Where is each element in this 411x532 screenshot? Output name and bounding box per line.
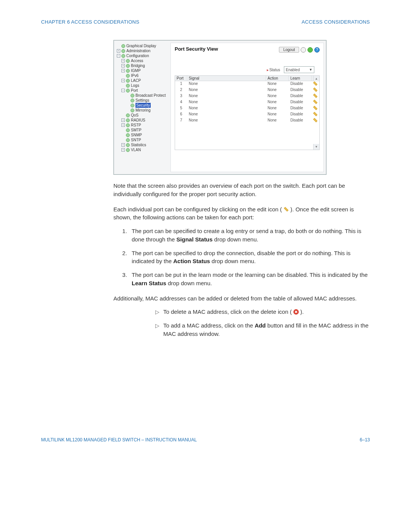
- scroll-down-icon[interactable]: ▾: [313, 144, 319, 150]
- tree-item-label: Port: [131, 88, 138, 93]
- tree-item-label: SMTP: [131, 128, 142, 133]
- table-row: 5NoneNoneDisable: [175, 105, 319, 112]
- tree-item[interactable]: Logs: [117, 83, 168, 88]
- tree-item-label: Broadcast Protect: [135, 93, 166, 98]
- refresh-icon[interactable]: [307, 47, 313, 53]
- table-row: 1NoneNoneDisable: [175, 81, 319, 87]
- tree-item[interactable]: Configuration: [117, 53, 168, 58]
- tree-item-label: RADIUS: [131, 118, 145, 123]
- tree-item[interactable]: SNTP: [117, 137, 168, 142]
- header-chapter: CHAPTER 6 ACCESS CONSIDERATIONS: [41, 19, 139, 25]
- table-row: 7NoneNoneDisable: [175, 118, 319, 124]
- tree-item-label: Security: [135, 103, 151, 108]
- edit-icon[interactable]: [313, 81, 318, 86]
- table-row: 3NoneNoneDisable: [175, 93, 319, 99]
- tree-item[interactable]: Security: [117, 103, 168, 108]
- list-item: ▷ To add a MAC address, click on the Add…: [155, 321, 370, 338]
- tree-item-label: Mirroring: [135, 108, 150, 113]
- tree-item-label: IGMP: [131, 68, 141, 73]
- tree-item[interactable]: IGMP: [117, 68, 168, 73]
- header-section: ACCESS CONSIDERATIONS: [302, 19, 370, 25]
- tree-item[interactable]: VLAN: [117, 147, 168, 152]
- paragraph: Additionally, MAC addresses can be added…: [113, 294, 370, 303]
- status-label: ▸Status: [267, 68, 280, 72]
- list-item: The port can be put in the learn mode or…: [129, 271, 370, 288]
- col-learn: Learn: [289, 76, 312, 81]
- edit-icon[interactable]: [313, 112, 318, 117]
- tree-item[interactable]: Mirroring: [117, 108, 168, 113]
- table-row: 6NoneNoneDisable: [175, 112, 319, 118]
- tree-item-label: LACP: [131, 78, 141, 83]
- tree-item-label: VLAN: [131, 147, 141, 152]
- tree-item[interactable]: RADIUS: [117, 118, 168, 123]
- col-signal: Signal: [187, 76, 266, 81]
- edit-icon[interactable]: [313, 100, 318, 104]
- edit-icon[interactable]: [313, 106, 318, 110]
- table-row: 4NoneNoneDisable: [175, 99, 319, 105]
- delete-icon: [293, 309, 299, 315]
- tree-item[interactable]: Graphical Display: [117, 43, 168, 48]
- tree-item-label: RSTP: [131, 123, 141, 128]
- tree-item-label: Administration: [126, 48, 150, 53]
- tree-item[interactable]: RSTP: [117, 123, 168, 128]
- edit-icon[interactable]: [313, 88, 318, 92]
- tree-item[interactable]: Broadcast Protect: [117, 93, 168, 98]
- col-port: Port: [175, 76, 187, 81]
- edit-icon[interactable]: [313, 94, 318, 98]
- tree-item-label: Logs: [131, 83, 139, 88]
- tree-item[interactable]: Statistics: [117, 142, 168, 147]
- tree-item-label: IPv6: [131, 73, 139, 78]
- triangle-icon: ▷: [155, 321, 159, 338]
- status-value: Enabled: [286, 68, 300, 72]
- ordered-steps: The port can be specified to create a lo…: [129, 227, 370, 288]
- tree-item-label: Graphical Display: [126, 43, 156, 48]
- triangle-icon: ▷: [155, 308, 159, 316]
- paragraph: Each individual port can be configured b…: [113, 205, 370, 222]
- scroll-up-icon[interactable]: ▴: [313, 76, 319, 81]
- col-action: Action: [266, 76, 289, 81]
- tree-item[interactable]: Port: [117, 88, 168, 93]
- list-item: The port can be specified to drop the co…: [129, 249, 370, 266]
- help-icon[interactable]: ?: [314, 47, 320, 53]
- list-item: ▷ To delete a MAC address, click on the …: [155, 308, 370, 316]
- pencil-icon: [284, 207, 289, 212]
- table-row: 2NoneNoneDisable: [175, 87, 319, 93]
- tree-item[interactable]: SNMP: [117, 133, 168, 137]
- save-icon[interactable]: [301, 47, 306, 53]
- tree-item-label: QoS: [131, 113, 139, 118]
- tree-item[interactable]: LACP: [117, 78, 168, 83]
- tree-item-label: Configuration: [126, 53, 149, 58]
- chevron-down-icon: ▼: [309, 68, 312, 72]
- tree-item-label: Access: [131, 58, 143, 63]
- tree-item-label: Bridging: [131, 63, 145, 68]
- logout-button[interactable]: Logout: [279, 47, 299, 53]
- tree-item[interactable]: QoS: [117, 113, 168, 118]
- tree-item-label: Settings: [135, 98, 149, 103]
- tree-item-label: Statistics: [131, 142, 146, 147]
- screenshot-figure: Graphical DisplayAdministrationConfigura…: [113, 40, 327, 175]
- port-table: ▴ Port Signal Action Learn 1NoneNoneDisa…: [175, 75, 320, 150]
- nav-tree[interactable]: Graphical DisplayAdministrationConfigura…: [116, 43, 168, 172]
- tree-item[interactable]: Bridging: [117, 63, 168, 68]
- tree-item[interactable]: Access: [117, 58, 168, 63]
- page-number: 6–13: [360, 437, 370, 443]
- edit-icon[interactable]: [313, 118, 318, 123]
- tree-item-label: SNMP: [131, 133, 142, 137]
- tree-item-label: SNTP: [131, 137, 141, 142]
- tree-item[interactable]: IPv6: [117, 73, 168, 78]
- status-select[interactable]: Enabled ▼: [284, 66, 314, 73]
- paragraph: Note that the screen also provides an ov…: [113, 182, 370, 198]
- panel-title: Port Security View: [175, 46, 218, 52]
- footer-title: MULTILINK ML1200 MANAGED FIELD SWITCH – …: [41, 437, 197, 443]
- tree-item[interactable]: Settings: [117, 98, 168, 103]
- tree-item[interactable]: Administration: [117, 48, 168, 53]
- tree-item[interactable]: SMTP: [117, 128, 168, 133]
- list-item: The port can be specified to create a lo…: [129, 227, 370, 244]
